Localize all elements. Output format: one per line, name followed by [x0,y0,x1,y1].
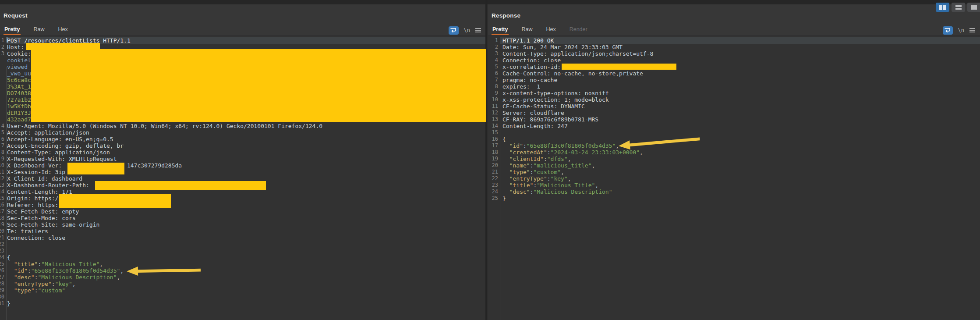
code-line: 31} [0,300,486,307]
code-line: 25} [488,195,980,202]
line-number: 15 [0,195,4,202]
line-number: 24 [0,254,4,261]
top-toolbar [0,0,980,4]
code-line: 1HTTP/1.1 200 OK [488,37,980,44]
line-number: 14 [0,188,4,195]
line-number: 6 [0,136,4,142]
text-cursor [7,37,7,43]
code-line: 10x-xss-protection: 1; mode=block [488,96,980,103]
code-line: 4User-Agent: Mozilla/5.0 (Windows NT 10.… [0,123,486,129]
word-wrap-icon[interactable] [449,26,459,35]
code-line: 18 "createdAt":"2024-03-24 23:33:03+0000… [488,149,980,156]
code-line: 28 "entryType":"key", [0,281,486,287]
line-number: 5 [0,129,4,136]
line-number: 30 [0,294,4,300]
burp-message-viewer: Request PrettyRawHex \n 1POST /resources… [0,0,980,320]
line-number: 12 [0,175,4,182]
split-rows-button[interactable] [952,3,965,12]
layout-toggle-group [936,3,980,12]
code-line: 13CF-RAY: 869a76c6f89b0781-MRS [488,116,980,123]
line-number: 31 [0,300,4,307]
line-number: 8 [0,149,4,156]
line-number: 9 [0,156,4,162]
code-line: 18Sec-Fetch-Mode: cors [0,215,486,221]
line-number: 21 [0,235,4,241]
line-number: 2 [0,44,4,50]
code-line: 22 [0,241,486,248]
newline-literal-icon[interactable]: \n [464,27,470,33]
line-number: 2 [488,44,498,50]
tab-pretty[interactable]: Pretty [492,26,509,35]
word-wrap-icon[interactable] [943,26,953,35]
tab-hex[interactable]: Hex [57,26,68,35]
line-number: 16 [488,136,498,142]
code-line: 20 "name":"malicious_title", [488,162,980,169]
line-number: 16 [0,202,4,208]
editor-menu-icon[interactable] [475,28,481,32]
line-number: 19 [0,221,4,228]
code-line: 2Date: Sun, 24 Mar 2024 23:33:03 GMT [488,44,980,50]
code-line: 23 [0,248,486,254]
tab-raw[interactable]: Raw [32,26,45,35]
code-line: 9x-content-type-options: nosniff [488,90,980,96]
line-number: 17 [488,142,498,149]
code-line: 22 "entryType":"key", [488,175,980,182]
line-number: 10 [488,96,498,103]
code-line: 4Connection: close [488,57,980,64]
line-number: 22 [488,175,498,182]
line-number: 22 [0,241,4,248]
code-line: 17Sec-Fetch-Dest: empty [0,208,486,215]
line-number: 10 [0,162,4,169]
code-line: 12Server: cloudflare [488,110,980,116]
code-line: 27 "desc":"Malicious Description", [0,274,486,281]
line-number: 23 [488,182,498,188]
request-id-arrow [127,263,202,278]
newline-literal-icon[interactable]: \n [958,27,964,33]
tab-render: Render [569,26,588,35]
tab-pretty[interactable]: Pretty [4,26,21,35]
code-line: 19 "clientId":"dfds", [488,156,980,162]
dashboard-ver-session-id-redaction [67,163,124,174]
tab-raw[interactable]: Raw [520,26,533,35]
code-line: 16{ [488,136,980,142]
code-line: 26 "id":"65e88f13c0f81805f0d54d35", [0,267,486,274]
line-number: 20 [488,162,498,169]
tab-hex[interactable]: Hex [545,26,556,35]
code-line: 7Accept-Encoding: gzip, deflate, br [0,142,486,149]
code-line: 3Content-Type: application/json;charset=… [488,50,980,57]
line-number: 21 [488,169,498,175]
line-number: 20 [0,228,4,235]
code-line: 9X-Requested-With: XMLHttpRequest [0,156,486,162]
line-number: 11 [488,103,498,110]
line-number: 26 [0,267,4,274]
editor-menu-icon[interactable] [969,28,975,32]
line-number: 1 [488,37,498,44]
single-pane-button[interactable] [967,3,980,12]
split-columns-button[interactable] [936,3,949,12]
line-number: 6 [488,70,498,77]
line-number: 18 [488,149,498,156]
code-line: 15 [488,129,980,136]
cookie-value-redaction [31,49,486,122]
code-line: 6Accept-Language: en-US,en;q=0.5 [0,136,486,142]
code-line: 21 "type":"custom", [488,169,980,175]
response-editor[interactable]: 1HTTP/1.1 200 OK2Date: Sun, 24 Mar 2024 … [488,36,980,320]
response-tab-bar: PrettyRawHexRender [492,25,588,35]
response-editor-icons: \n [943,25,975,35]
line-number: 29 [0,287,4,294]
code-line: 30 [0,294,486,300]
line-number: 27 [0,274,4,281]
line-number: 9 [488,90,498,96]
line-number: 12 [488,110,498,116]
line-number: 23 [0,248,4,254]
line-number: 24 [488,188,498,195]
request-tab-bar: PrettyRawHex [4,25,69,35]
code-line: 24 "desc":"Malicious Description" [488,188,980,195]
line-number: 4 [488,57,498,64]
line-number: 19 [488,156,498,162]
code-line: 17 "id":"65e88f13c0f81805f0d54d35", [488,142,980,149]
request-editor-icons: \n [449,25,481,35]
line-number: 15 [488,129,498,136]
line-number: 8 [488,83,498,90]
response-panel: Response PrettyRawHexRender \n 1HTTP/1.1… [488,4,980,320]
